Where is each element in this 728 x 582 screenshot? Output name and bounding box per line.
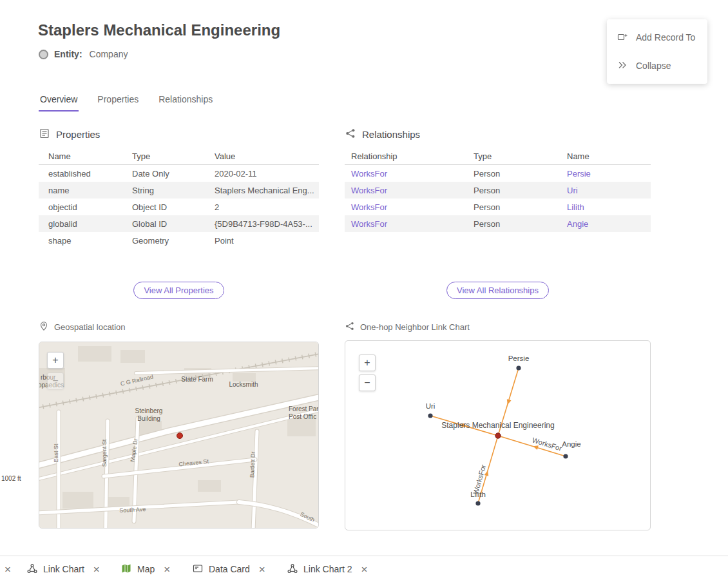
bottom-tab-link-chart-2[interactable]: Link Chart 2 × bbox=[287, 556, 367, 582]
close-icon[interactable]: × bbox=[361, 564, 367, 575]
relationships-title-text: Relationships bbox=[362, 129, 420, 140]
map-zoom-out-button[interactable]: − bbox=[47, 373, 64, 389]
link-chart-view[interactable]: WorksFor WorksFor Persie Uri Angie Lilit… bbox=[345, 340, 651, 530]
clipped-tab-close-icon[interactable]: × bbox=[5, 564, 11, 575]
view-all-relationships-button[interactable]: View All Relationships bbox=[446, 282, 549, 299]
node-label-angie: Angie bbox=[562, 440, 580, 448]
menu-item-label: Collapse bbox=[636, 61, 671, 71]
prop-type: Geometry bbox=[122, 236, 205, 246]
data-card-icon bbox=[39, 128, 50, 141]
entity-color-swatch bbox=[39, 50, 48, 59]
map-label-bartlett-dr: Bartlett Dr bbox=[249, 451, 256, 478]
map-label-steinberg-1: Steinberg bbox=[135, 407, 163, 414]
tab-overview[interactable]: Overview bbox=[39, 92, 79, 112]
node-center-company[interactable] bbox=[495, 433, 501, 438]
map-label-south-ave: South Ave bbox=[119, 506, 146, 514]
map-entity-marker[interactable] bbox=[177, 433, 183, 439]
tab-bar: Overview Properties Relationships bbox=[39, 92, 214, 112]
column-header: Name bbox=[560, 151, 651, 161]
prop-name: established bbox=[39, 169, 122, 179]
bottom-tab-bar: × Link Chart × bbox=[0, 556, 728, 582]
rel-type: Person bbox=[467, 169, 560, 179]
map-icon bbox=[121, 563, 131, 576]
relationship-link[interactable]: WorksFor bbox=[345, 169, 467, 179]
table-row: WorksFor Person Lilith bbox=[345, 199, 651, 215]
context-menu: Add Record To Collapse bbox=[607, 19, 707, 84]
node-angie[interactable] bbox=[563, 454, 568, 458]
close-icon[interactable]: × bbox=[93, 564, 100, 575]
prop-value: 2 bbox=[205, 202, 319, 212]
tab-label: Link Chart 2 bbox=[303, 564, 352, 574]
column-header: Type bbox=[122, 151, 205, 161]
table-row: WorksFor Person Uri bbox=[345, 182, 651, 199]
map-canvas[interactable]: C G Railroad State Farm Locksmith Steinb… bbox=[39, 342, 319, 529]
geospatial-section-title: Geospatial location bbox=[39, 321, 126, 333]
map-label-state-farm: State Farm bbox=[181, 376, 213, 383]
link-chart-icon bbox=[287, 563, 298, 576]
node-label-center: Staplers Mechanical Engineering bbox=[441, 421, 554, 430]
tab-label: Map bbox=[137, 564, 155, 574]
prop-value: Staplers Mechanical Eng... bbox=[205, 186, 319, 195]
prop-name: name bbox=[39, 186, 122, 195]
close-icon[interactable]: × bbox=[259, 564, 265, 575]
tab-label: Link Chart bbox=[43, 564, 84, 574]
properties-section-title: Properties bbox=[39, 128, 100, 141]
bottom-tab-data-card[interactable]: Data Card × bbox=[193, 556, 265, 582]
link-chart-section-title: One-hop Neighbor Link Chart bbox=[345, 321, 470, 333]
relationship-link[interactable]: WorksFor bbox=[345, 186, 467, 195]
column-header: Type bbox=[467, 151, 560, 161]
geospatial-title-text: Geospatial location bbox=[54, 322, 126, 332]
table-row: WorksFor Person Persie bbox=[345, 165, 651, 182]
link-chart-icon bbox=[345, 321, 355, 333]
rel-type: Person bbox=[467, 219, 560, 229]
properties-table-header: Name Type Value bbox=[39, 148, 319, 165]
map-label-forest-2: Post Offic bbox=[289, 413, 316, 420]
close-icon[interactable]: × bbox=[164, 564, 170, 575]
relationships-table-header: Relationship Type Name bbox=[345, 148, 651, 165]
map-label-locksmith: Locksmith bbox=[229, 381, 258, 388]
entity-label: Entity: bbox=[54, 49, 82, 59]
menu-item-collapse[interactable]: Collapse bbox=[607, 52, 707, 80]
link-chart-canvas[interactable]: WorksFor WorksFor Persie Uri Angie Lilit… bbox=[345, 341, 651, 530]
page-title: Staplers Mechanical Engineering bbox=[38, 21, 280, 39]
tab-properties[interactable]: Properties bbox=[96, 92, 140, 112]
table-row: shape Geometry Point bbox=[39, 232, 319, 249]
prop-type: String bbox=[122, 186, 205, 195]
table-row: objectid Object ID 2 bbox=[39, 199, 319, 215]
bottom-tab-map[interactable]: Map × bbox=[121, 556, 170, 582]
entity-row: Entity: Company bbox=[39, 49, 128, 59]
rel-entity-link[interactable]: Persie bbox=[560, 169, 651, 179]
link-chart-zoom-in-button[interactable]: + bbox=[359, 354, 376, 371]
entity-type: Company bbox=[90, 49, 128, 59]
rel-entity-link[interactable]: Angie bbox=[560, 219, 651, 229]
node-lilith[interactable] bbox=[475, 501, 480, 505]
rel-entity-link[interactable]: Lilith bbox=[560, 202, 651, 212]
node-label-lilith: Lilith bbox=[470, 490, 486, 498]
tab-relationships[interactable]: Relationships bbox=[157, 92, 214, 112]
prop-value: {5D9B4713-F98D-4A53-... bbox=[205, 219, 319, 229]
prop-name: objectid bbox=[39, 202, 122, 212]
map-zoom-in-button[interactable]: + bbox=[47, 352, 64, 369]
table-row: globalid Global ID {5D9B4713-F98D-4A53-.… bbox=[39, 215, 319, 232]
map-label-steinberg-2: Building bbox=[137, 415, 160, 422]
map-label-east-st: East St bbox=[53, 443, 59, 463]
bottom-tab-link-chart[interactable]: Link Chart × bbox=[27, 556, 100, 582]
collapse-double-chevron-icon bbox=[617, 59, 628, 73]
relationships-section-title: Relationships bbox=[345, 128, 420, 141]
relationships-table: Relationship Type Name WorksFor Person P… bbox=[345, 148, 651, 232]
link-chart-icon bbox=[27, 563, 37, 576]
rel-entity-link[interactable]: Uri bbox=[560, 186, 651, 195]
edge-label-worksfor: WorksFor bbox=[532, 436, 563, 452]
relationship-link[interactable]: WorksFor bbox=[345, 219, 467, 229]
node-persie[interactable] bbox=[516, 365, 521, 370]
relationship-link[interactable]: WorksFor bbox=[345, 202, 467, 212]
menu-item-add-record-to[interactable]: Add Record To bbox=[607, 23, 707, 52]
view-all-properties-button[interactable]: View All Properties bbox=[133, 282, 224, 299]
tab-label: Data Card bbox=[209, 564, 250, 574]
node-uri[interactable] bbox=[428, 413, 432, 418]
link-chart-zoom-out-button[interactable]: − bbox=[359, 374, 376, 391]
map-scale-label: 1002 ft bbox=[1, 475, 21, 482]
map-view[interactable]: C G Railroad State Farm Locksmith Steinb… bbox=[39, 342, 319, 529]
node-label-persie: Persie bbox=[508, 354, 530, 362]
table-row: WorksFor Person Angie bbox=[345, 215, 651, 232]
